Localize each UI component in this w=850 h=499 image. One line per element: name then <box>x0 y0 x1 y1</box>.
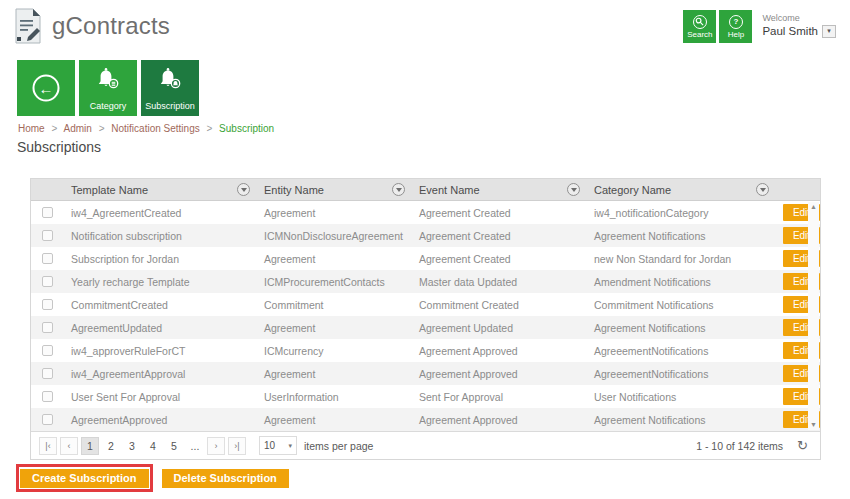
row-checkbox[interactable] <box>42 230 53 241</box>
cell-category: Amendment Notifications <box>586 276 775 288</box>
row-checkbox[interactable] <box>42 253 53 264</box>
row-checkbox[interactable] <box>42 299 53 310</box>
table-row: iw4_AgreementApprovalAgreementAgreement … <box>31 362 820 385</box>
table-row: Yearly recharge TemplateICMProcurementCo… <box>31 270 820 293</box>
page-number[interactable]: 5 <box>165 437 183 455</box>
column-header-template: Template Name <box>63 179 256 200</box>
filter-icon[interactable] <box>237 183 250 196</box>
row-checkbox[interactable] <box>42 276 53 287</box>
column-header-category: Category Name <box>586 179 775 200</box>
breadcrumb-separator: > <box>51 123 57 134</box>
create-subscription-button[interactable]: Create Subscription <box>20 469 149 488</box>
cell-event: Sent For Approval <box>411 391 586 403</box>
table-row: AgreementUpdatedAgreementAgreement Updat… <box>31 316 820 339</box>
scroll-down-icon[interactable]: ▼ <box>810 420 817 430</box>
vertical-scrollbar[interactable]: ▲ ▼ <box>808 202 819 430</box>
breadcrumb-separator: > <box>206 123 212 134</box>
breadcrumb: Home > Admin > Notification Settings > S… <box>18 123 274 134</box>
search-icon <box>693 15 707 29</box>
cell-entity: UserInformation <box>256 391 411 403</box>
page-number[interactable]: 3 <box>123 437 141 455</box>
cell-template: Subscription for Jordan <box>63 253 256 265</box>
cell-event: Agreement Updated <box>411 322 586 334</box>
cell-template: CommitmentCreated <box>63 299 256 311</box>
checkbox-cell <box>31 368 63 379</box>
row-checkbox[interactable] <box>42 322 53 333</box>
cell-event: Agreement Approved <box>411 368 586 380</box>
help-icon: ? <box>729 15 743 29</box>
page-number[interactable]: 2 <box>102 437 120 455</box>
checkbox-cell <box>31 345 63 356</box>
table-row: iw4_approverRuleForCTICMcurrencyAgreemen… <box>31 339 820 362</box>
cell-entity: ICMNonDisclosureAgreement <box>256 230 411 242</box>
cell-entity: Agreement <box>256 368 411 380</box>
cell-template: iw4_AgreementApproval <box>63 368 256 380</box>
nav-tile-subscription-label: Subscription <box>141 101 199 111</box>
cell-category: Agreement Notifications <box>586 414 775 426</box>
help-button[interactable]: ? Help <box>719 10 752 43</box>
breadcrumb-separator: > <box>99 123 105 134</box>
filter-icon[interactable] <box>392 183 405 196</box>
checkbox-cell <box>31 414 63 425</box>
app-logo-icon <box>13 8 43 49</box>
grid-body: iw4_AgreementCreatedAgreementAgreement C… <box>31 201 820 431</box>
breadcrumb-home[interactable]: Home <box>18 123 45 134</box>
page-size-value: 10 <box>264 440 275 451</box>
page-size-select[interactable]: 10 ▾ <box>259 436 297 455</box>
back-arrow-icon: ← <box>33 75 60 102</box>
grid-header-row: Template NameEntity NameEvent NameCatego… <box>31 179 820 201</box>
help-label: Help <box>728 30 744 39</box>
cell-category: AgreeementNotifications <box>586 368 775 380</box>
user-block: Welcome Paul Smith ▾ <box>762 10 836 39</box>
cell-template: AgreementUpdated <box>63 322 256 334</box>
pager-next-button[interactable]: › <box>207 437 225 455</box>
table-row: iw4_AgreementCreatedAgreementAgreement C… <box>31 201 820 224</box>
cell-category: iw4_notificationCategory <box>586 207 775 219</box>
column-header-label: Template Name <box>71 184 148 196</box>
breadcrumb-notification-settings[interactable]: Notification Settings <box>111 123 199 134</box>
pager-last-button[interactable]: ›| <box>228 437 246 455</box>
cell-event: Agreement Created <box>411 230 586 242</box>
cell-template: Yearly recharge Template <box>63 276 256 288</box>
user-menu-caret-icon[interactable]: ▾ <box>822 25 836 38</box>
pager-prev-button[interactable]: ‹ <box>60 437 78 455</box>
cell-category: AgreeementNotifications <box>586 345 775 357</box>
cell-template: iw4_approverRuleForCT <box>63 345 256 357</box>
page-numbers: 12345... <box>81 437 207 455</box>
checkbox-cell <box>31 299 63 310</box>
checkbox-cell <box>31 230 63 241</box>
table-row: Notification subscriptionICMNonDisclosur… <box>31 224 820 247</box>
search-label: Search <box>687 30 712 39</box>
cell-category: Agreement Notifications <box>586 322 775 334</box>
checkbox-cell <box>31 276 63 287</box>
delete-subscription-button[interactable]: Delete Subscription <box>162 469 289 488</box>
page-number[interactable]: 4 <box>144 437 162 455</box>
welcome-label: Welcome <box>762 13 836 24</box>
table-row: AgreementApprovedAgreementAgreement Appr… <box>31 408 820 431</box>
cell-category: User Notifications <box>586 391 775 403</box>
row-checkbox[interactable] <box>42 345 53 356</box>
refresh-icon[interactable]: ↻ <box>797 438 808 453</box>
app-header: gContracts Search ? Help Welcome Paul Sm… <box>0 0 850 56</box>
scroll-up-icon[interactable]: ▲ <box>810 202 817 212</box>
pager-first-button[interactable]: |‹ <box>39 437 57 455</box>
table-row: User Sent For ApprovalUserInformationSen… <box>31 385 820 408</box>
page-number[interactable]: ... <box>186 437 204 455</box>
cell-entity: Agreement <box>256 322 411 334</box>
checkbox-cell <box>31 207 63 218</box>
search-button[interactable]: Search <box>683 10 716 43</box>
row-checkbox[interactable] <box>42 368 53 379</box>
checkbox-cell <box>31 322 63 333</box>
cell-entity: Commitment <box>256 299 411 311</box>
nav-tile-category[interactable]: Category <box>79 60 137 116</box>
page-number[interactable]: 1 <box>81 437 99 455</box>
row-checkbox[interactable] <box>42 414 53 425</box>
nav-tile-subscription[interactable]: Subscription <box>141 60 199 116</box>
breadcrumb-admin[interactable]: Admin <box>64 123 92 134</box>
filter-icon[interactable] <box>756 183 769 196</box>
row-checkbox[interactable] <box>42 207 53 218</box>
filter-icon[interactable] <box>567 183 580 196</box>
back-tile[interactable]: ← <box>17 60 75 116</box>
row-checkbox[interactable] <box>42 391 53 402</box>
bell-category-icon <box>93 66 123 100</box>
